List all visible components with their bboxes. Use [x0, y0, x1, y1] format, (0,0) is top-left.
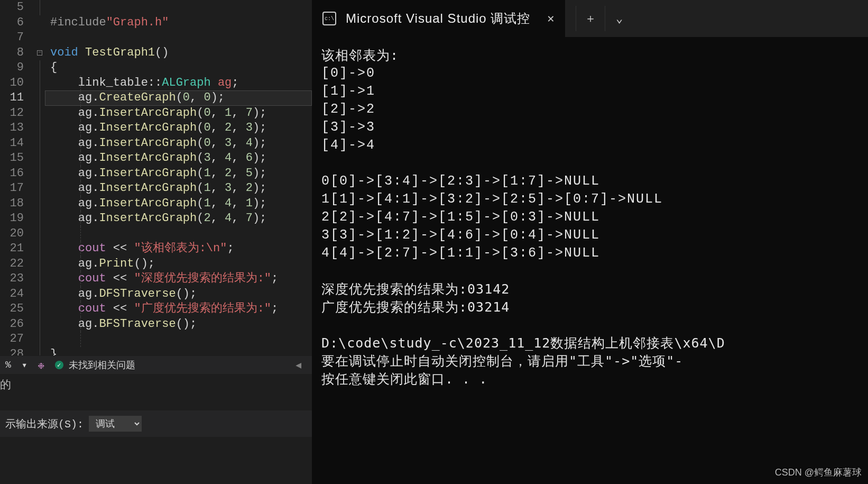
code-line[interactable]: cout << "深度优先搜索的结果为:";: [50, 271, 278, 287]
terminal-line: 深度优先搜索的结果为:03142: [321, 280, 868, 298]
code-line[interactable]: ag.InsertArcGraph(1, 2, 5);: [50, 166, 266, 181]
terminal-line: [321, 316, 868, 334]
terminal-line: [321, 262, 868, 280]
code-line[interactable]: ag.Print();: [50, 257, 155, 272]
terminal-line: 要在调试停止时自动关闭控制台，请启用"工具"->"选项"-: [321, 352, 868, 370]
terminal-line: 1[1]->[4:1]->[3:2]->[2:5]->[0:7]->NULL: [321, 190, 868, 208]
terminal-line: [3]->3: [321, 118, 868, 136]
code-line[interactable]: ag.InsertArcGraph(1, 4, 1);: [50, 196, 266, 212]
code-line[interactable]: ag.DFSTraverse();: [50, 287, 197, 302]
terminal-line: [2]->2: [321, 101, 868, 118]
terminal-line: 该相邻表为:: [321, 47, 868, 65]
zoom-dropdown-icon[interactable]: ▾: [16, 356, 33, 374]
output-source-label: 示输出来源(S):: [0, 417, 89, 431]
line-number: 20: [0, 226, 24, 242]
new-tab-button[interactable]: ＋: [576, 6, 605, 31]
line-number: 23: [0, 271, 24, 287]
chevron-down-icon: ⌄: [616, 12, 623, 26]
debug-console-window: c:\ Microsoft Visual Studio 调试控 ✕ ＋ ⌄ 该相…: [312, 0, 868, 484]
cmd-icon: c:\: [322, 12, 336, 25]
line-number: 14: [0, 136, 24, 151]
line-number: 6: [0, 15, 24, 31]
code-line[interactable]: ag.InsertArcGraph(0, 3, 4);: [50, 136, 266, 151]
code-content[interactable]: #include"Graph.h"void TestGraph1(){ link…: [45, 0, 312, 355]
code-line[interactable]: ag.InsertArcGraph(0, 2, 3);: [50, 121, 266, 136]
terminal-titlebar[interactable]: c:\ Microsoft Visual Studio 调试控 ✕ ＋ ⌄: [312, 0, 868, 37]
code-line[interactable]: ag.InsertArcGraph(2, 4, 7);: [50, 211, 266, 226]
tab-dropdown-button[interactable]: ⌄: [605, 6, 634, 31]
close-icon[interactable]: ✕: [540, 12, 554, 26]
code-line[interactable]: ag.InsertArcGraph(0, 1, 7);: [50, 106, 266, 121]
issues-indicator[interactable]: ✓ 未找到相关问题: [50, 356, 141, 374]
terminal-tab-title: Microsoft Visual Studio 调试控: [346, 10, 530, 27]
scroll-left-icon[interactable]: ◀: [285, 359, 312, 371]
terminal-tab-actions: ＋ ⌄: [576, 6, 634, 31]
output-panel-header: 示输出来源(S): 调试: [0, 410, 312, 437]
line-number: 16: [0, 166, 24, 181]
terminal-line: 按任意键关闭此窗口. . .: [321, 370, 868, 388]
zoom-indicator[interactable]: %: [0, 356, 16, 374]
code-line[interactable]: void TestGraph1(): [50, 45, 169, 61]
terminal-tab[interactable]: c:\ Microsoft Visual Studio 调试控 ✕: [312, 0, 565, 37]
terminal-line: [321, 154, 868, 172]
code-line[interactable]: #include"Graph.h": [50, 15, 169, 31]
code-line[interactable]: ag.BFSTraverse();: [50, 317, 197, 332]
line-number: 27: [0, 332, 24, 347]
terminal-line: 0[0]->[3:4]->[2:3]->[1:7]->NULL: [321, 172, 868, 190]
line-number: 5: [0, 0, 24, 15]
line-number: 7: [0, 30, 24, 45]
line-number: 22: [0, 257, 24, 272]
code-area[interactable]: 5678910111213141516171819202122232425262…: [0, 0, 312, 355]
code-line[interactable]: link_table::ALGraph ag;: [50, 76, 238, 91]
line-number: 18: [0, 196, 24, 212]
terminal-line: [4]->4: [321, 136, 868, 154]
line-number: 13: [0, 121, 24, 136]
line-number: 26: [0, 317, 24, 332]
partial-text: 的: [0, 379, 11, 391]
fold-column[interactable]: −: [34, 0, 45, 355]
line-number-gutter: 5678910111213141516171819202122232425262…: [0, 0, 34, 355]
line-number: 25: [0, 302, 24, 317]
line-number: 8: [0, 45, 24, 61]
line-number: 12: [0, 106, 24, 121]
editor-status-bar: % ▾ ❉ ✓ 未找到相关问题 ◀: [0, 355, 312, 374]
terminal-line: 4[4]->[2:7]->[1:1]->[3:6]->NULL: [321, 244, 868, 262]
check-icon: ✓: [55, 361, 63, 369]
code-line[interactable]: {: [50, 60, 57, 76]
code-editor-pane: 5678910111213141516171819202122232425262…: [0, 0, 312, 484]
fold-toggle-icon[interactable]: −: [37, 50, 42, 56]
line-number: 11: [0, 90, 24, 106]
code-line[interactable]: ag.InsertArcGraph(3, 4, 6);: [50, 151, 266, 166]
intellicode-icon[interactable]: ❉: [33, 356, 50, 374]
line-number: 10: [0, 76, 24, 91]
line-number: 15: [0, 151, 24, 166]
line-number: 19: [0, 211, 24, 226]
line-number: 17: [0, 181, 24, 196]
line-number: 21: [0, 241, 24, 257]
line-number: 24: [0, 287, 24, 302]
code-line[interactable]: ag.InsertArcGraph(1, 3, 2);: [50, 181, 266, 196]
terminal-line: 2[2]->[4:7]->[1:5]->[0:3]->NULL: [321, 208, 868, 226]
output-source-select[interactable]: 调试: [89, 416, 142, 432]
partial-panel: 的: [0, 374, 312, 410]
terminal-line: [0]->0: [321, 65, 868, 83]
terminal-output[interactable]: 该相邻表为:[0]->0[1]->1[2]->2[3]->3[4]->40[0]…: [312, 37, 868, 484]
watermark: CSDN @鳄鱼麻薯球: [775, 466, 862, 479]
terminal-line: D:\code\study_-c\2023_11_12数据结构上机邻接表\x64…: [321, 334, 868, 352]
terminal-line: 3[3]->[1:2]->[4:6]->[0:4]->NULL: [321, 226, 868, 244]
terminal-line: [1]->1: [321, 83, 868, 101]
code-line[interactable]: cout << "该相邻表为:\n";: [50, 241, 234, 257]
line-number: 9: [0, 60, 24, 76]
issues-text: 未找到相关问题: [69, 359, 135, 371]
code-line[interactable]: cout << "广度优先搜索的结果为:";: [50, 302, 278, 317]
code-line[interactable]: ag.CreateGraph(0, 0);: [50, 90, 225, 106]
terminal-line: 广度优先搜索的结果为:03214: [321, 298, 868, 316]
